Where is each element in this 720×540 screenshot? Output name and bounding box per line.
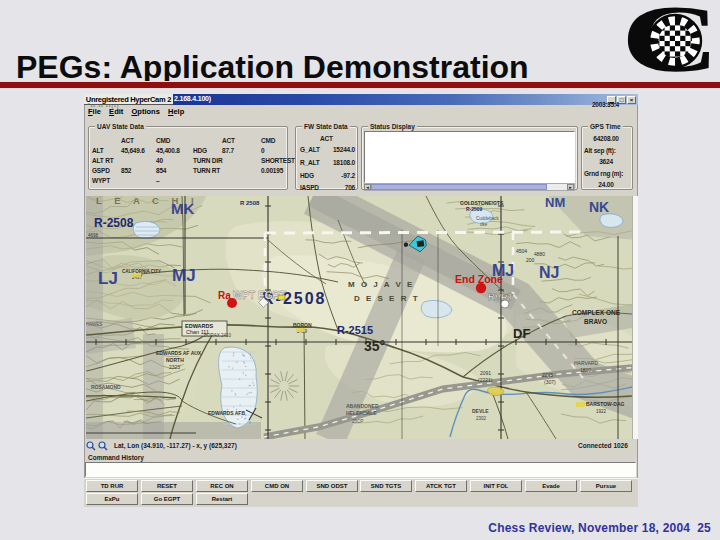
svg-text:MK: MK — [171, 200, 194, 217]
svg-text:(2221): (2221) — [478, 377, 493, 383]
svg-text:Cuddeback: Cuddeback — [476, 216, 500, 221]
svg-text:CALIFORNIA CITY: CALIFORNIA CITY — [122, 269, 161, 274]
svg-text:200: 200 — [526, 257, 535, 263]
svg-text:BRAVO: BRAVO — [584, 318, 607, 325]
svg-text:End Zone: End Zone — [455, 273, 503, 285]
svg-text:1810: 1810 — [580, 367, 591, 373]
svg-text:HARVARD: HARVARD — [574, 360, 598, 366]
svg-text:dke: dke — [480, 222, 488, 227]
svg-text:R-2508: R-2508 — [94, 216, 134, 230]
svg-text:NK: NK — [589, 199, 609, 215]
svg-text:2091: 2091 — [480, 370, 491, 376]
svg-text:25CP: 25CP — [352, 419, 363, 424]
svg-text:2323: 2323 — [169, 364, 180, 370]
svg-text:MJ: MJ — [172, 266, 196, 285]
svg-text:RVPT: RVPT — [488, 291, 513, 302]
svg-text:R-2509: R-2509 — [466, 206, 483, 212]
svg-text:DF: DF — [513, 326, 530, 341]
svg-text:HELENDALE: HELENDALE — [346, 410, 377, 416]
svg-text:1922: 1922 — [596, 409, 607, 414]
svg-text:EDWARDS: EDWARDS — [185, 323, 213, 329]
svg-text:ROSAMOND: ROSAMOND — [91, 384, 121, 390]
svg-text:R-2515: R-2515 — [337, 324, 373, 336]
svg-text:4504: 4504 — [516, 248, 527, 254]
svg-text:2245: 2245 — [542, 372, 553, 378]
svg-text:M O J A V E: M O J A V E — [348, 280, 414, 289]
svg-text:4698: 4698 — [88, 233, 99, 238]
svg-text:HAWES: HAWES — [86, 322, 102, 327]
svg-text:ABANDONED: ABANDONED — [346, 403, 379, 409]
svg-text:NM: NM — [545, 196, 565, 210]
svg-text:BARSTOW-DAG: BARSTOW-DAG — [586, 401, 625, 407]
svg-text:LJ: LJ — [98, 269, 118, 288]
svg-text:COMPLEX ONE: COMPLEX ONE — [572, 309, 621, 316]
svg-text:35°: 35° — [364, 338, 385, 354]
svg-text:R 2508: R 2508 — [240, 200, 260, 206]
svg-text:DEVLE: DEVLE — [472, 408, 489, 414]
svg-text:(307): (307) — [544, 379, 556, 385]
svg-text:BORON: BORON — [293, 322, 312, 328]
svg-text:BORAX 2410: BORAX 2410 — [204, 333, 232, 338]
svg-text:EDWARDS AFB: EDWARDS AFB — [208, 410, 245, 416]
svg-text:4880: 4880 — [534, 251, 545, 257]
svg-text:EDWARDS AF AUX: EDWARDS AF AUX — [156, 350, 202, 356]
svg-text:D E S E R T: D E S E R T — [354, 294, 420, 303]
svg-text:2302: 2302 — [476, 416, 487, 421]
svg-text:NORTH: NORTH — [166, 357, 184, 363]
svg-text:NJ: NJ — [539, 264, 559, 281]
